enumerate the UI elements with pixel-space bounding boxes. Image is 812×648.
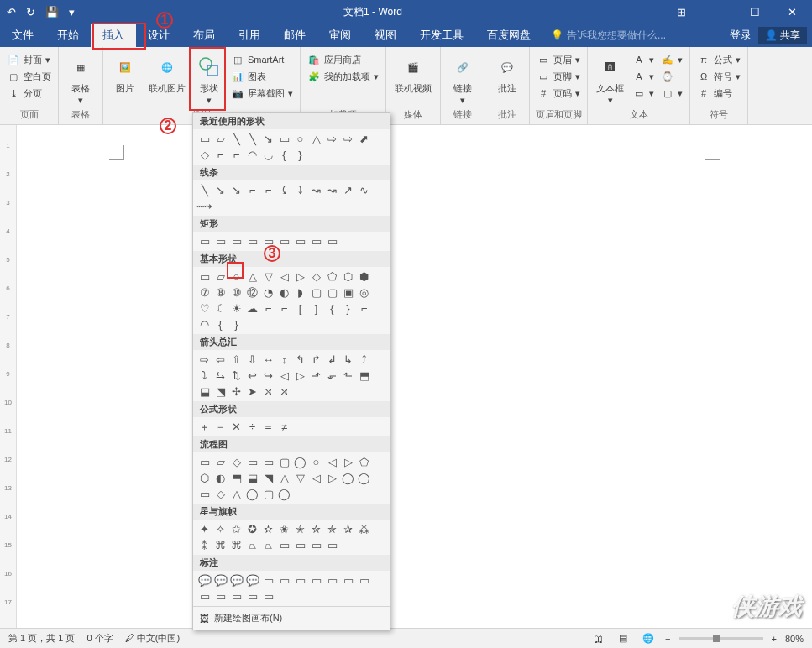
tab-view[interactable]: 视图 (363, 24, 408, 47)
shape-item[interactable]: ⌐ (228, 147, 244, 163)
shape-item[interactable]: ◯ (276, 486, 292, 502)
zoom-slider[interactable] (679, 637, 763, 640)
maximize-button[interactable]: ☐ (738, 6, 772, 18)
shape-item[interactable]: ⬒ (356, 368, 372, 384)
shape-item[interactable]: ◇ (196, 147, 212, 163)
shape-item[interactable]: ⬈ (356, 131, 372, 147)
video-button[interactable]: 🎬联机视频 (391, 52, 435, 97)
shape-item[interactable]: ▭ (292, 233, 308, 249)
text-opt-4[interactable]: ✍▾ (659, 52, 684, 67)
shape-item[interactable]: ⑧ (212, 285, 228, 300)
shape-item[interactable]: ▢ (324, 285, 340, 300)
shape-item[interactable]: ✧ (212, 521, 228, 537)
shape-item[interactable]: ▣ (340, 285, 356, 300)
redo-button[interactable]: ↻ (26, 6, 35, 18)
shape-item[interactable]: { (324, 300, 340, 316)
number-button[interactable]: #编号 (695, 86, 742, 101)
shape-item[interactable]: ⑦ (196, 285, 212, 300)
shape-item[interactable]: ▷ (324, 470, 340, 486)
shape-item[interactable]: ◁ (308, 470, 324, 486)
shape-item[interactable]: ↱ (308, 352, 324, 368)
shape-item[interactable]: ↲ (324, 352, 340, 368)
shape-item[interactable]: ▭ (340, 572, 356, 588)
shape-item[interactable]: ⬓ (244, 470, 260, 486)
shape-item[interactable]: ▭ (212, 233, 228, 249)
shape-item[interactable]: ✮ (308, 521, 324, 537)
shape-item[interactable]: ◠ (196, 316, 212, 332)
save-button[interactable]: 💾 (45, 6, 59, 18)
shape-item[interactable]: } (340, 300, 356, 316)
blank-page-button[interactable]: ▢空白页 (5, 69, 53, 84)
share-button[interactable]: 👤 共享 (758, 27, 807, 44)
text-opt-2[interactable]: A▾ (631, 69, 656, 84)
shape-item[interactable]: ▭ (308, 537, 324, 553)
shape-item[interactable]: ▭ (196, 486, 212, 502)
shape-item[interactable]: ✰ (340, 521, 356, 537)
shape-item[interactable]: ✕ (228, 419, 244, 435)
login-link[interactable]: 登录 (730, 28, 752, 43)
zoom-out-button[interactable]: − (665, 634, 670, 644)
shape-item[interactable]: ⁑ (196, 537, 212, 553)
view-web-button[interactable]: 🌐 (640, 633, 657, 644)
shape-item[interactable]: ⬠ (324, 269, 340, 285)
zoom-level[interactable]: 80% (785, 634, 804, 644)
shape-item[interactable]: ◁ (324, 454, 340, 470)
picture-button[interactable]: 🖼️图片 (108, 52, 142, 97)
shape-item[interactable]: ☁ (244, 300, 260, 316)
shape-item[interactable]: ▭ (196, 131, 212, 147)
text-opt-1[interactable]: A▾ (631, 52, 656, 67)
symbol-button[interactable]: Ω符号 ▾ (695, 69, 742, 84)
shape-item[interactable]: ▭ (260, 588, 276, 604)
zoom-in-button[interactable]: + (772, 634, 777, 644)
tab-home[interactable]: 开始 (45, 24, 91, 47)
shape-item[interactable]: ♡ (196, 300, 212, 316)
shape-item[interactable]: 💬 (244, 572, 260, 588)
shape-item[interactable]: ▭ (228, 588, 244, 604)
shape-item[interactable]: ↪ (260, 368, 276, 384)
shape-item[interactable]: － (212, 419, 228, 435)
shape-item[interactable]: ▭ (260, 454, 276, 470)
shape-item[interactable]: ↔ (260, 352, 276, 368)
text-opt-5[interactable]: ⌚ (659, 69, 684, 84)
shape-item[interactable]: ▭ (276, 233, 292, 249)
shape-item[interactable]: ⇆ (212, 368, 228, 384)
shape-item[interactable]: ◔ (260, 285, 276, 300)
shape-item[interactable]: } (228, 316, 244, 332)
tab-mailings[interactable]: 邮件 (272, 24, 317, 47)
status-lang[interactable]: 🖊 中文(中国) (125, 632, 180, 645)
shape-item[interactable]: ↘ (260, 131, 276, 147)
shape-item[interactable]: ▭ (260, 572, 276, 588)
shape-item[interactable]: △ (244, 269, 260, 285)
table-button[interactable]: ▦表格▾ (64, 52, 97, 107)
shape-item[interactable]: ╲ (196, 182, 212, 198)
shape-item[interactable]: ▭ (196, 233, 212, 249)
shape-item[interactable]: ⬏ (308, 368, 324, 384)
shape-item[interactable]: ∿ (356, 182, 372, 198)
shape-item[interactable]: ╲ (244, 131, 260, 147)
tab-references[interactable]: 引用 (227, 24, 272, 47)
shape-item[interactable]: ⬒ (228, 470, 244, 486)
shape-item[interactable]: ▷ (292, 368, 308, 384)
shape-item[interactable]: ⏢ (260, 537, 276, 553)
shape-item[interactable]: 💬 (212, 572, 228, 588)
shape-item[interactable]: } (292, 147, 308, 163)
shape-item[interactable]: { (276, 147, 292, 163)
shape-item[interactable]: { (212, 316, 228, 332)
link-button[interactable]: 🔗链接▾ (446, 52, 479, 107)
smartart-button[interactable]: ◫SmartArt (229, 52, 295, 67)
status-page[interactable]: 第 1 页，共 1 页 (8, 632, 75, 645)
shape-item[interactable]: 💬 (228, 572, 244, 588)
shape-item[interactable]: △ (276, 470, 292, 486)
shape-item[interactable]: ▭ (276, 572, 292, 588)
tab-design[interactable]: 设计 (136, 24, 181, 47)
shape-item[interactable]: ▭ (212, 588, 228, 604)
shape-item[interactable]: ▭ (196, 269, 212, 285)
shape-item[interactable]: ＋ (196, 419, 212, 435)
shape-item[interactable]: ☾ (212, 300, 228, 316)
shape-item[interactable]: ◁ (276, 368, 292, 384)
shape-item[interactable]: ○ (308, 454, 324, 470)
shape-item[interactable]: ⇨ (340, 131, 356, 147)
shape-item[interactable]: ✯ (324, 521, 340, 537)
shape-item[interactable]: ⏢ (244, 537, 260, 553)
shape-item[interactable]: 💬 (196, 572, 212, 588)
